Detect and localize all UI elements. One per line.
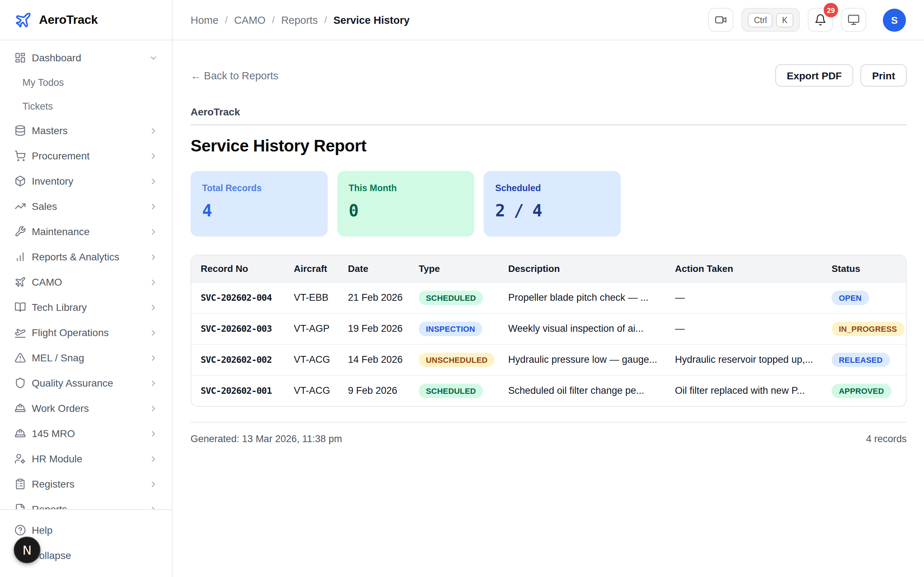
report-brand: AeroTrack	[191, 106, 907, 118]
page-title: Service History Report	[191, 136, 907, 156]
app-root: AeroTrack Dashboard My Todos Tickets Mas…	[0, 0, 924, 577]
chevron-right-icon	[149, 176, 158, 186]
this-month-card: This Month 0	[337, 171, 474, 237]
sidebar-item-flight-operations[interactable]: Flight Operations	[9, 322, 163, 343]
action-taken-cell: Oil filter replaced with new P...	[666, 375, 822, 406]
database-icon	[15, 125, 26, 136]
chevron-right-icon	[149, 303, 158, 312]
chevron-right-icon	[149, 353, 158, 363]
col-description: Description	[499, 255, 666, 282]
user-avatar[interactable]: S	[883, 8, 906, 31]
chevron-right-icon	[149, 328, 158, 337]
main-area: Home / CAMO / Reports / Service History …	[173, 0, 924, 577]
breadcrumb-reports[interactable]: Reports	[281, 14, 318, 26]
date-cell: 21 Feb 2026	[339, 282, 409, 313]
breadcrumb-separator: /	[272, 15, 275, 25]
record-count: 4 records	[866, 434, 907, 444]
description-cell: Scheduled oil filter change pe...	[499, 375, 666, 406]
sidebar-item-hr-module[interactable]: HR Module	[9, 448, 163, 469]
type-badge: SCHEDULED	[419, 384, 483, 398]
sidebar-nav: Dashboard My Todos Tickets Masters Procu…	[0, 40, 172, 509]
breadcrumb-current: Service History	[333, 14, 410, 26]
wrench-icon	[15, 226, 26, 237]
sidebar-item-quality-assurance[interactable]: Quality Assurance	[9, 372, 163, 394]
monitor-icon	[848, 14, 860, 26]
k-key: K	[776, 13, 793, 27]
hard-hat-icon	[15, 403, 26, 414]
record-no-cell: SVC-202602-002	[191, 344, 284, 375]
sidebar-item-procurement[interactable]: Procurement	[9, 145, 163, 167]
type-cell: SCHEDULED	[409, 375, 499, 406]
report-footer: Generated: 13 Mar 2026, 11:38 pm 4 recor…	[191, 434, 907, 444]
plane-takeoff-icon	[15, 327, 26, 338]
sidebar-item-145-mro[interactable]: 145 MRO	[9, 423, 163, 444]
chevron-right-icon	[149, 378, 158, 388]
aircraft-cell: VT-ACG	[284, 375, 339, 406]
sidebar-item-maintenance[interactable]: Maintenance	[9, 221, 163, 242]
app-logo[interactable]: AeroTrack	[0, 0, 172, 40]
description-cell: Weekly visual inspection of ai...	[499, 313, 666, 344]
sidebar-item-tickets[interactable]: Tickets	[9, 96, 163, 117]
record-no-cell: SVC-202602-001	[191, 375, 284, 406]
type-badge: UNSCHEDULED	[419, 352, 495, 367]
status-badge: IN_PROGRESS	[832, 321, 904, 336]
sidebar-item-reports-analytics[interactable]: Reports & Analytics	[9, 246, 163, 268]
user-gear-icon	[15, 453, 26, 464]
dashboard-icon	[15, 52, 26, 63]
total-records-card: Total Records 4	[191, 171, 328, 237]
chevron-right-icon	[149, 126, 158, 135]
notifications-button[interactable]: 29	[808, 8, 833, 32]
description-cell: Propeller blade pitch check — ...	[499, 282, 666, 313]
chevron-right-icon	[149, 504, 158, 509]
aircraft-cell: VT-ACG	[284, 344, 339, 375]
hard-hat-icon	[15, 428, 26, 439]
type-badge: INSPECTION	[419, 321, 482, 336]
sidebar-item-reports[interactable]: Reports	[9, 498, 163, 509]
record-no-cell: SVC-202602-004	[191, 282, 284, 313]
chevron-right-icon	[149, 454, 158, 463]
back-to-reports-link[interactable]: ← Back to Reports	[191, 69, 278, 81]
sidebar-item-camo[interactable]: CAMO	[9, 271, 163, 293]
status-cell: APPROVED	[822, 375, 906, 406]
table-row: SVC-202602-001 VT-ACG 9 Feb 2026 SCHEDUL…	[191, 375, 906, 406]
sidebar-item-masters[interactable]: Masters	[9, 120, 163, 141]
breadcrumb-camo[interactable]: CAMO	[234, 14, 266, 26]
table-row: SVC-202602-002 VT-ACG 14 Feb 2026 UNSCHE…	[191, 344, 906, 375]
sidebar-item-my-todos[interactable]: My Todos	[9, 72, 163, 93]
col-status: Status	[822, 255, 906, 282]
book-open-icon	[15, 301, 26, 313]
action-taken-cell: —	[666, 313, 822, 344]
sidebar-item-work-orders[interactable]: Work Orders	[9, 397, 163, 419]
export-pdf-button[interactable]: Export PDF	[775, 64, 853, 87]
divider	[191, 124, 907, 126]
chevron-right-icon	[149, 201, 158, 211]
sidebar-item-dashboard[interactable]: Dashboard	[9, 47, 163, 69]
chevron-right-icon	[149, 151, 158, 161]
dev-tools-button[interactable]: N	[14, 537, 40, 563]
col-date: Date	[339, 255, 409, 282]
sidebar-item-sales[interactable]: Sales	[9, 195, 163, 217]
breadcrumb-home[interactable]: Home	[191, 14, 218, 26]
type-badge: SCHEDULED	[419, 290, 483, 305]
summary-cards: Total Records 4 This Month 0 Scheduled 2…	[191, 171, 907, 237]
status-badge: APPROVED	[832, 384, 891, 398]
display-settings-button[interactable]	[841, 8, 866, 32]
sidebar-item-mel-snag[interactable]: MEL / Snag	[9, 347, 163, 369]
file-icon	[15, 503, 26, 509]
sidebar: AeroTrack Dashboard My Todos Tickets Mas…	[0, 0, 173, 577]
package-icon	[15, 175, 26, 187]
command-palette-shortcut[interactable]: Ctrl K	[742, 8, 800, 32]
chevron-right-icon	[149, 429, 158, 438]
ctrl-key: Ctrl	[748, 13, 773, 27]
sidebar-item-tech-library[interactable]: Tech Library	[9, 297, 163, 318]
sidebar-item-registers[interactable]: Registers	[9, 473, 163, 495]
alert-triangle-icon	[15, 352, 26, 364]
scheduled-card: Scheduled 2 / 4	[484, 171, 621, 237]
chevron-right-icon	[149, 227, 158, 236]
shopping-cart-icon	[15, 150, 26, 161]
print-button[interactable]: Print	[861, 64, 907, 87]
chevron-right-icon	[149, 403, 158, 413]
sidebar-item-inventory[interactable]: Inventory	[9, 170, 163, 192]
screen-record-button[interactable]	[709, 8, 734, 32]
topbar: Home / CAMO / Reports / Service History …	[173, 0, 924, 40]
